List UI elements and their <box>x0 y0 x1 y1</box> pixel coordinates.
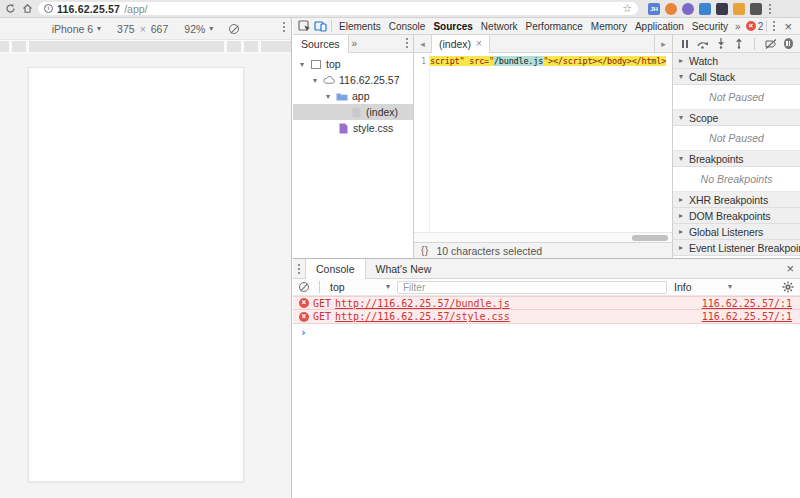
source-location-link[interactable]: 116.62.25.57/:1 <box>702 311 792 322</box>
browser-menu-icon[interactable] <box>766 4 774 14</box>
address-bar[interactable]: i 116.62.25.57 /app/ ☆ <box>38 2 638 15</box>
code-line[interactable]: script" src="/bundle.js"></script></body… <box>430 53 666 232</box>
viewport-dimensions: 375 × 667 <box>117 23 168 35</box>
scroll-tabs-left-icon[interactable]: ◂ <box>414 35 432 53</box>
device-canvas <box>0 53 291 498</box>
error-count-badge[interactable]: × 2 <box>746 21 764 32</box>
console-prompt[interactable]: › <box>293 324 800 340</box>
step-out-icon[interactable] <box>733 38 743 50</box>
chevron-expanded-icon[interactable]: ▾ <box>298 60 306 69</box>
tree-item-host[interactable]: ▾ 116.62.25.57 <box>293 72 413 88</box>
frame-icon <box>310 58 322 70</box>
section-dom-breakpoints[interactable]: ▸ DOM Breakpoints <box>673 208 800 224</box>
console-toolbar: top ▾ Info ▾ <box>293 279 800 296</box>
section-call-stack[interactable]: ▾ Call Stack <box>673 69 800 85</box>
more-tabs-icon[interactable]: » <box>732 21 744 32</box>
code-area[interactable]: 1 script" src="/bundle.js"></script></bo… <box>414 53 672 232</box>
extension-icon[interactable] <box>699 3 711 15</box>
page-info-icon[interactable]: i <box>44 4 53 13</box>
pause-on-exceptions-icon[interactable] <box>784 38 793 49</box>
request-url-link[interactable]: http://116.62.25.57/bundle.js <box>335 298 510 309</box>
section-event-listener-breakpoints[interactable]: ▸ Event Listener Breakpoints <box>673 240 800 256</box>
chevron-expanded-icon[interactable]: ▾ <box>324 92 332 101</box>
browser-window: i 116.62.25.57 /app/ ☆ JH iPhone 6 ▾ 375… <box>0 0 800 498</box>
pause-script-icon[interactable] <box>680 38 690 50</box>
media-query-ruler[interactable] <box>0 40 291 53</box>
extension-icon[interactable] <box>665 3 677 15</box>
drawer-close-icon[interactable]: × <box>783 262 800 275</box>
tab-memory[interactable]: Memory <box>587 21 631 32</box>
tab-performance[interactable]: Performance <box>522 21 587 32</box>
log-level-select[interactable]: Info ▾ <box>674 281 732 293</box>
tab-network[interactable]: Network <box>477 21 522 32</box>
device-viewport[interactable] <box>28 67 244 482</box>
tab-application[interactable]: Application <box>631 21 688 32</box>
section-watch[interactable]: ▸ Watch <box>673 53 800 69</box>
reload-icon[interactable] <box>4 2 17 15</box>
devtools-menu-icon[interactable] <box>770 21 778 31</box>
tab-console[interactable]: Console <box>385 21 430 32</box>
tree-item-index-file[interactable]: (index) <box>293 104 413 120</box>
close-tab-icon[interactable]: × <box>476 38 482 49</box>
chevron-collapsed-icon: ▸ <box>677 211 685 220</box>
scroll-tabs-right-icon[interactable]: ▸ <box>654 35 672 53</box>
section-breakpoints[interactable]: ▾ Breakpoints <box>673 151 800 167</box>
navigator-tab-sources[interactable]: Sources <box>293 35 349 53</box>
extension-icon[interactable] <box>750 3 762 15</box>
viewport-width[interactable]: 375 <box>117 23 135 35</box>
drawer-tab-console[interactable]: Console <box>305 259 366 279</box>
clear-console-icon[interactable] <box>299 282 309 292</box>
call-stack-content: Not Paused <box>673 85 800 110</box>
editor-tab-index[interactable]: (index) × <box>432 35 490 53</box>
extension-icon[interactable] <box>733 3 745 15</box>
inspect-element-icon[interactable] <box>296 19 312 33</box>
bookmark-star-icon[interactable]: ☆ <box>622 3 632 14</box>
step-over-icon[interactable] <box>697 38 709 50</box>
console-settings-icon[interactable] <box>782 281 794 293</box>
editor-tabbar: ◂ (index) × ▸ <box>414 35 672 53</box>
horizontal-scrollbar[interactable] <box>414 232 672 242</box>
home-icon[interactable] <box>21 2 34 15</box>
source-editor: ◂ (index) × ▸ 1 script" src="/bundle.js"… <box>414 35 672 258</box>
extension-icon[interactable]: JH <box>648 3 660 15</box>
extension-icon[interactable] <box>716 3 728 15</box>
section-global-listeners[interactable]: ▸ Global Listeners <box>673 224 800 240</box>
navigator-menu-icon[interactable] <box>403 38 411 48</box>
dimension-separator: × <box>140 23 146 35</box>
tab-elements[interactable]: Elements <box>335 21 385 32</box>
drawer-tab-whats-new[interactable]: What's New <box>366 259 442 279</box>
pretty-print-icon[interactable]: { } <box>421 245 427 256</box>
throttling-icon[interactable] <box>229 24 239 34</box>
tab-security[interactable]: Security <box>688 21 732 32</box>
zoom-select[interactable]: 92% ▾ <box>184 23 213 35</box>
console-error-row[interactable]: × GET http://116.62.25.57/bundle.js 116.… <box>293 296 800 310</box>
chevron-collapsed-icon: ▸ <box>677 227 685 236</box>
step-into-icon[interactable] <box>716 38 726 50</box>
device-toolbar-menu-icon[interactable] <box>280 22 288 32</box>
device-emulation-pane: iPhone 6 ▾ 375 × 667 92% ▾ <box>0 18 292 498</box>
tree-item-style-css[interactable]: style.css <box>293 120 413 136</box>
tree-item-top[interactable]: ▾ top <box>293 56 413 72</box>
extension-icon[interactable] <box>682 3 694 15</box>
more-nav-tabs-icon[interactable]: » <box>349 38 361 49</box>
chevron-down-icon: ▾ <box>728 283 732 291</box>
section-scope[interactable]: ▾ Scope <box>673 110 800 126</box>
device-select[interactable]: iPhone 6 ▾ <box>52 23 101 35</box>
folder-icon <box>336 90 348 102</box>
devtools-close-icon[interactable]: × <box>781 20 795 33</box>
device-toolbar-toggle-icon[interactable] <box>312 19 328 33</box>
section-xhr-breakpoints[interactable]: ▸ XHR Breakpoints <box>673 192 800 208</box>
source-location-link[interactable]: 116.62.25.57/:1 <box>702 298 792 309</box>
chevron-expanded-icon[interactable]: ▾ <box>311 76 319 85</box>
tab-sources[interactable]: Sources <box>429 21 476 32</box>
viewport-height[interactable]: 667 <box>151 23 169 35</box>
scrollbar-thumb[interactable] <box>632 235 668 241</box>
selection-status: 10 characters selected <box>436 245 542 257</box>
drawer-menu-icon[interactable] <box>293 264 305 274</box>
console-error-row[interactable]: × GET http://116.62.25.57/style.css 116.… <box>293 310 800 324</box>
execution-context-select[interactable]: top ▾ <box>330 281 390 293</box>
console-filter-input[interactable] <box>397 281 667 294</box>
deactivate-breakpoints-icon[interactable] <box>765 38 777 50</box>
request-url-link[interactable]: http://116.62.25.57/style.css <box>335 311 510 322</box>
tree-item-app-folder[interactable]: ▾ app <box>293 88 413 104</box>
